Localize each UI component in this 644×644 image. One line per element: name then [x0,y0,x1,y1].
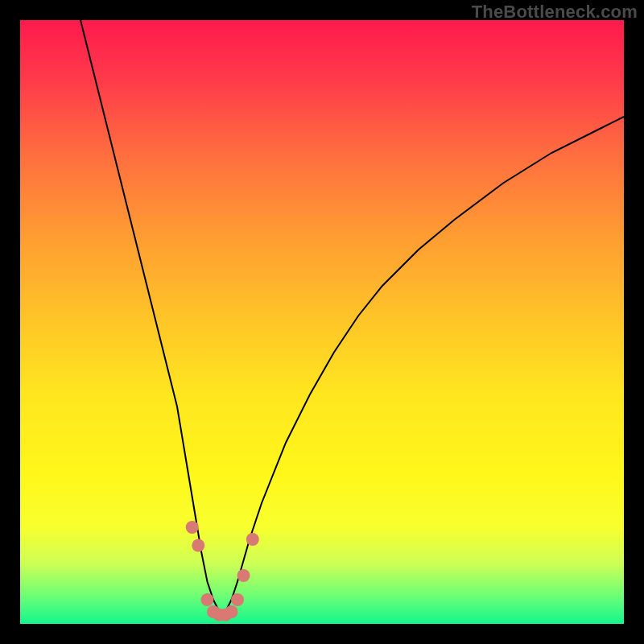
curve-line [80,20,624,612]
curve-marker [192,539,204,552]
curve-marker [246,533,259,546]
plot-area [20,20,624,624]
curve-marker [201,593,214,606]
curve-marker [225,605,238,618]
curve-marker [186,521,199,534]
bottleneck-curve [20,20,624,624]
chart-frame: TheBottleneck.com [0,0,644,644]
curve-marker [237,569,250,582]
curve-marker [231,593,244,606]
curve-markers [186,521,259,621]
